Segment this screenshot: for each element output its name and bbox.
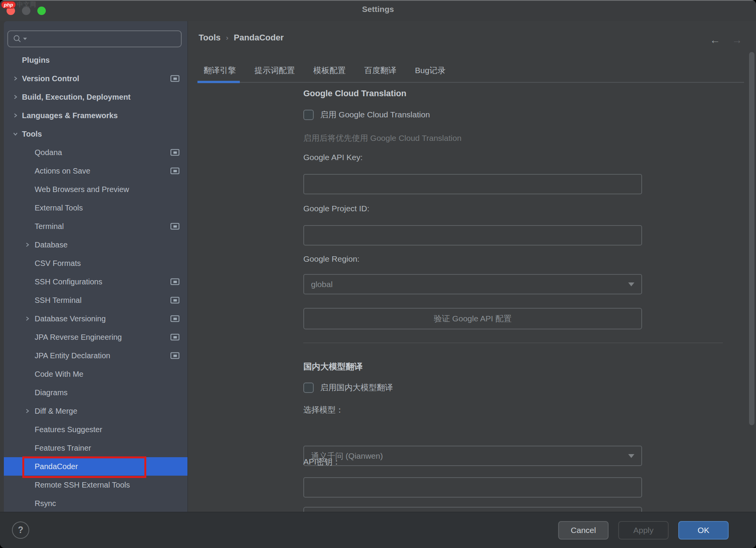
enable-domestic-checkbox[interactable] xyxy=(303,383,314,393)
google-region-select[interactable]: global xyxy=(303,274,642,294)
apply-button[interactable]: Apply xyxy=(618,521,669,540)
breadcrumb: Tools › PandaCoder xyxy=(199,33,284,43)
per-monitor-settings-icon xyxy=(171,353,179,359)
domestic-api-key-label: API密钥： xyxy=(303,456,642,467)
per-monitor-settings-icon xyxy=(171,316,179,322)
breadcrumb-pandacoder: PandaCoder xyxy=(234,33,284,43)
sidebar-item-web-browsers-and-preview[interactable]: Web Browsers and Preview xyxy=(4,180,187,199)
sidebar-item-jpa-entity-declaration[interactable]: JPA Entity Declaration xyxy=(4,346,187,365)
sidebar-item-jpa-reverse-engineering[interactable]: JPA Reverse Engineering xyxy=(4,328,187,346)
sidebar-item-database-versioning[interactable]: Database Versioning xyxy=(4,309,187,328)
sidebar-item-build-execution-deployment[interactable]: Build, Execution, Deployment xyxy=(4,88,187,106)
sidebar-item-diff-merge[interactable]: Diff & Merge xyxy=(4,402,187,420)
cancel-button[interactable]: Cancel xyxy=(558,521,609,540)
php-logo-suffix: 中文网 xyxy=(17,1,37,9)
sidebar-item-label: Qodana xyxy=(35,148,62,157)
breadcrumb-tools[interactable]: Tools xyxy=(199,33,221,43)
per-monitor-settings-icon xyxy=(171,168,179,174)
chevron-collapsed-icon[interactable] xyxy=(24,316,30,322)
settings-sidebar: PluginsVersion ControlBuild, Execution, … xyxy=(4,21,187,512)
sidebar-item-remote-ssh-external-tools[interactable]: Remote SSH External Tools xyxy=(4,476,187,494)
window-title: Settings xyxy=(0,5,756,14)
sidebar-item-label: Database Versioning xyxy=(35,314,106,323)
enable-google-checkbox[interactable] xyxy=(303,110,314,120)
sidebar-item-languages-frameworks[interactable]: Languages & Frameworks xyxy=(4,106,187,125)
tab-百度翻译[interactable]: 百度翻译 xyxy=(358,60,403,81)
sidebar-item-label: Remote SSH External Tools xyxy=(35,481,130,490)
chevron-collapsed-icon[interactable] xyxy=(12,75,18,82)
tab-提示词配置[interactable]: 提示词配置 xyxy=(248,60,301,81)
chevron-collapsed-icon[interactable] xyxy=(12,112,18,119)
enable-google-row: 启用 Google Cloud Translation xyxy=(303,109,642,120)
enable-domestic-row: 启用国内大模型翻译 xyxy=(303,382,642,393)
sidebar-item-features-suggester[interactable]: Features Suggester xyxy=(4,420,187,439)
sidebar-item-label: Plugins xyxy=(22,56,50,65)
sidebar-item-external-tools[interactable]: External Tools xyxy=(4,199,187,217)
per-monitor-settings-icon xyxy=(171,279,179,285)
sidebar-item-label: Terminal xyxy=(35,222,64,231)
sidebar-item-rsync[interactable]: Rsync xyxy=(4,494,187,512)
google-api-key-input[interactable] xyxy=(303,174,642,194)
model-select-label: 选择模型： xyxy=(303,404,642,415)
sidebar-item-label: Version Control xyxy=(22,74,79,83)
chevron-down-icon xyxy=(628,282,634,286)
sidebar-item-database[interactable]: Database xyxy=(4,236,187,254)
tab-翻译引擎[interactable]: 翻译引擎 xyxy=(197,60,242,81)
tab-模板配置[interactable]: 模板配置 xyxy=(307,60,352,81)
settings-tree: PluginsVersion ControlBuild, Execution, … xyxy=(4,51,187,512)
sidebar-item-diagrams[interactable]: Diagrams xyxy=(4,383,187,402)
sidebar-item-label: Code With Me xyxy=(35,370,84,379)
sidebar-item-version-control[interactable]: Version Control xyxy=(4,69,187,88)
sidebar-item-label: Diagrams xyxy=(35,388,68,397)
active-tab-underline xyxy=(197,81,240,83)
search-options-caret-icon[interactable] xyxy=(23,38,27,40)
pandacoder-tabs: 翻译引擎提示词配置模板配置百度翻译Bug记录 xyxy=(197,60,452,81)
domestic-api-key-input[interactable] xyxy=(303,477,642,498)
google-project-id-input[interactable] xyxy=(303,225,642,246)
sidebar-item-ssh-terminal[interactable]: SSH Terminal xyxy=(4,291,187,309)
tab-bug记录[interactable]: Bug记录 xyxy=(409,60,452,81)
sidebar-item-label: Languages & Frameworks xyxy=(22,111,118,120)
settings-search-input[interactable] xyxy=(7,30,182,47)
enable-domestic-label: 启用国内大模型翻译 xyxy=(320,382,393,393)
section-separator xyxy=(303,342,723,343)
sidebar-item-label: Diff & Merge xyxy=(35,407,77,416)
chevron-expanded-icon[interactable] xyxy=(12,131,18,137)
sidebar-item-tools[interactable]: Tools xyxy=(4,125,187,143)
sidebar-item-label: Tools xyxy=(22,130,42,139)
sidebar-item-label: SSH Terminal xyxy=(35,296,82,305)
per-monitor-settings-icon xyxy=(171,75,179,82)
sidebar-item-qodana[interactable]: Qodana xyxy=(4,143,187,162)
per-monitor-settings-icon xyxy=(171,334,179,341)
forward-arrow-icon[interactable]: → xyxy=(732,34,742,46)
breadcrumb-separator-icon: › xyxy=(226,33,228,42)
back-arrow-icon[interactable]: ← xyxy=(710,34,720,46)
help-button[interactable]: ? xyxy=(12,521,29,539)
php-cn-watermark-logo: php 中文网 xyxy=(1,1,37,9)
sidebar-item-actions-on-save[interactable]: Actions on Save xyxy=(4,162,187,180)
per-monitor-settings-icon xyxy=(171,149,179,156)
domestic-section-header: 国内大模型翻译 xyxy=(303,361,642,373)
sidebar-item-csv-formats[interactable]: CSV Formats xyxy=(4,254,187,272)
verify-google-api-button[interactable]: 验证 Google API 配置 xyxy=(303,308,642,329)
chevron-collapsed-icon[interactable] xyxy=(12,94,18,100)
settings-window: Settings php 中文网 PluginsVersion ControlB… xyxy=(0,0,756,548)
sidebar-item-label: SSH Configurations xyxy=(35,277,102,286)
sidebar-item-label: Build, Execution, Deployment xyxy=(22,93,130,102)
settings-content-pane: Tools › PandaCoder ← → 翻译引擎提示词配置模板配置百度翻译… xyxy=(187,21,756,512)
per-monitor-settings-icon xyxy=(171,297,179,304)
sidebar-item-label: Database xyxy=(35,241,68,249)
sidebar-item-label: JPA Entity Declaration xyxy=(35,351,110,360)
sidebar-item-terminal[interactable]: Terminal xyxy=(4,217,187,236)
dialog-footer: ? Cancel Apply OK xyxy=(0,512,756,548)
vertical-scrollbar-thumb[interactable] xyxy=(749,52,754,425)
chevron-collapsed-icon[interactable] xyxy=(24,242,30,248)
sidebar-item-plugins[interactable]: Plugins xyxy=(4,51,187,69)
sidebar-item-code-with-me[interactable]: Code With Me xyxy=(4,365,187,383)
annotation-highlight-box xyxy=(22,456,146,478)
sidebar-item-features-trainer[interactable]: Features Trainer xyxy=(4,439,187,457)
sidebar-item-ssh-configurations[interactable]: SSH Configurations xyxy=(4,272,187,291)
chevron-collapsed-icon[interactable] xyxy=(24,408,30,414)
ok-button[interactable]: OK xyxy=(678,521,729,540)
sidebar-item-label: Features Suggester xyxy=(35,425,102,434)
